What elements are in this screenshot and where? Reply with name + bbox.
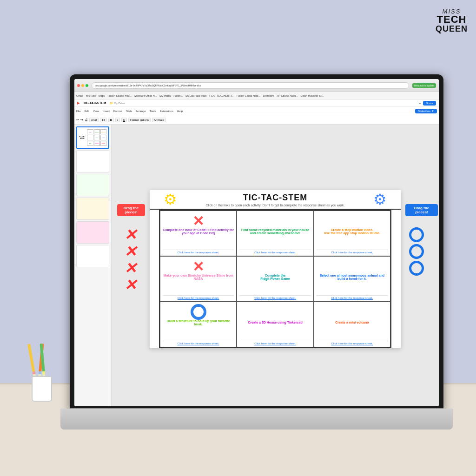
menu-help[interactable]: Help bbox=[177, 110, 183, 112]
cell-2-activity: Find some recycled materials in your hou… bbox=[239, 213, 311, 250]
logo-queen: QUEEN bbox=[436, 25, 468, 33]
o-piece-1[interactable] bbox=[409, 227, 424, 242]
o-piece-2[interactable] bbox=[409, 244, 424, 259]
menu-view[interactable]: View bbox=[93, 110, 99, 112]
x-piece-3[interactable]: ✕ bbox=[124, 261, 137, 276]
animate-button[interactable]: Animate bbox=[152, 118, 166, 122]
location-indicator: 📁 My Drive bbox=[110, 101, 125, 105]
logo-tech: TECH bbox=[436, 14, 468, 25]
gear-right-icon: ⚙ bbox=[373, 192, 387, 207]
relaunch-button[interactable]: Relaunch to update bbox=[412, 83, 436, 88]
cell-5-activity: Complete theFidgit Power Game bbox=[260, 258, 290, 295]
bookmark-fusion-global[interactable]: Fusion Global Help... bbox=[236, 94, 260, 97]
cell-6-link[interactable]: Click here for the response sheet. bbox=[317, 295, 388, 299]
cell-9-link[interactable]: Click here for the response sheet. bbox=[317, 341, 388, 345]
cell-7-link[interactable]: Click here for the response sheet. bbox=[163, 341, 234, 345]
x-piece-4[interactable]: ✕ bbox=[124, 278, 137, 292]
bookmark-youtube[interactable]: YouTube bbox=[86, 94, 96, 97]
maximize-icon[interactable] bbox=[86, 84, 88, 87]
slide-thumb-4[interactable] bbox=[76, 198, 109, 220]
ttt-cell-8: Create a 3D House using Tinkercad Click … bbox=[237, 302, 313, 347]
ttt-cell-1: Complete one hour of Code!!! Find activi… bbox=[160, 211, 237, 256]
cell-8-activity: Create a 3D House using Tinkercad bbox=[248, 304, 302, 341]
bookmark-lastpass[interactable]: My LastPass Vault bbox=[185, 94, 206, 97]
cell-1-link[interactable]: Click here for the response sheet. bbox=[163, 250, 234, 254]
slide-panel: TIC-TAC-STEM Code Recycled Stop Motion S… bbox=[74, 125, 112, 406]
bookmark-fusion[interactable]: Fusion Source Hou... bbox=[107, 94, 132, 97]
bookmark-gmail[interactable]: Gmail bbox=[76, 94, 83, 97]
format-options[interactable]: Format options bbox=[128, 118, 151, 122]
underline-button[interactable]: U bbox=[121, 118, 127, 122]
cell-7-activity: Build a structure to hold up your favori… bbox=[163, 304, 234, 341]
slide-thumb-3[interactable] bbox=[76, 174, 109, 196]
slide-thumb-5[interactable] bbox=[76, 221, 109, 244]
laptop: docs.google.com/presentation/d/1Je-6eJl0… bbox=[60, 74, 453, 430]
slide-title: TIC-TAC-STEM bbox=[150, 193, 401, 203]
close-icon[interactable] bbox=[77, 84, 80, 87]
top-right-actions: Slideshow ▼ bbox=[415, 109, 437, 113]
bookmark-fga[interactable]: FGA - TEACHER R... bbox=[209, 94, 233, 97]
menu-format[interactable]: Format bbox=[113, 110, 122, 112]
o-piece-3[interactable] bbox=[409, 261, 424, 276]
menu-edit[interactable]: Edit bbox=[85, 110, 89, 112]
menu-slide[interactable]: Slide bbox=[126, 110, 132, 112]
bookmark-ap[interactable]: AP Course Audit... bbox=[277, 94, 298, 97]
slide-thumb-1[interactable]: TIC-TAC-STEM Code Recycled Stop Motion S… bbox=[76, 126, 109, 149]
ttt-cell-6: Select one almost anonymous animal and b… bbox=[314, 256, 390, 302]
x-pieces-left: ✕ ✕ ✕ ✕ bbox=[124, 227, 137, 292]
slides-main: TIC-TAC-STEM Code Recycled Stop Motion S… bbox=[74, 125, 439, 406]
slide-header: ⚙ ⚙ TIC-TAC-STEM Click on the links to o… bbox=[150, 190, 401, 210]
logo: MISS TECH QUEEN bbox=[436, 8, 468, 33]
bookmark-maps[interactable]: Maps bbox=[99, 94, 105, 97]
slides-title-bar: ▶ TIC-TAC-STEM 📁 My Drive ☁ Share bbox=[74, 99, 439, 107]
font-size[interactable]: 14 bbox=[100, 118, 107, 122]
cell-5-link[interactable]: Click here for the response sheet. bbox=[239, 295, 311, 299]
undo-button[interactable]: ↩ bbox=[76, 118, 79, 122]
cell-9-activity: Create a mini volcano bbox=[335, 304, 369, 341]
bookmark-music[interactable]: Clean Music for St... bbox=[301, 94, 324, 97]
cell-8-link[interactable]: Click here for the response sheet. bbox=[239, 341, 311, 345]
x-piece-2[interactable]: ✕ bbox=[124, 244, 137, 259]
url-bar[interactable]: docs.google.com/presentation/d/1Je-6eJl0… bbox=[92, 82, 409, 89]
menu-extensions[interactable]: Extensions bbox=[160, 110, 173, 112]
ttt-cell-4: Make your own Stretchy Universe Slime fr… bbox=[160, 256, 237, 302]
pencil-cup bbox=[28, 360, 56, 402]
slides-actions: ☁ Share bbox=[418, 101, 436, 106]
menu-file[interactable]: File bbox=[76, 110, 81, 112]
font-selector[interactable]: Arial bbox=[89, 118, 99, 122]
cell-3-link[interactable]: Click here for the response sheet. bbox=[317, 250, 388, 254]
menu-tools[interactable]: Tools bbox=[150, 110, 156, 112]
slide-canvas: Drag the pieces! Drag the pieces! ✕ ✕ ✕ … bbox=[150, 190, 401, 348]
slide-thumb-6[interactable] bbox=[76, 245, 109, 267]
laptop-screen: docs.google.com/presentation/d/1Je-6eJl0… bbox=[74, 79, 439, 406]
slides-icon: ▶ bbox=[77, 101, 79, 105]
presentation-name[interactable]: TIC-TAC-STEM bbox=[83, 101, 106, 105]
drag-left-button[interactable]: Drag the pieces! bbox=[117, 204, 145, 216]
cup-body bbox=[32, 376, 52, 402]
cell-4-link[interactable]: Click here for the response sheet. bbox=[163, 295, 234, 299]
bookmark-microsoft[interactable]: Microsoft Office H... bbox=[134, 94, 157, 97]
drag-right-button[interactable]: Drag the pieces! bbox=[405, 204, 438, 216]
slides-menu: File Edit View Insert Format Slide Arran… bbox=[74, 107, 439, 115]
bookmark-mymedia[interactable]: My Media - Fusion... bbox=[159, 94, 183, 97]
ttt-cell-7: Build a structure to hold up your favori… bbox=[160, 302, 237, 347]
slide-thumb-2[interactable] bbox=[76, 150, 109, 172]
slide-body: ⚙ ⚙ TIC-TAC-STEM Click on the links to o… bbox=[150, 190, 401, 348]
bold-button[interactable]: B bbox=[108, 118, 114, 122]
cell-2-link[interactable]: Click here for the response sheet. bbox=[239, 250, 311, 254]
menu-insert[interactable]: Insert bbox=[103, 110, 110, 112]
x-piece-1[interactable]: ✕ bbox=[124, 227, 137, 242]
minimize-icon[interactable] bbox=[81, 84, 84, 87]
italic-button[interactable]: I bbox=[115, 118, 120, 122]
browser-actions: Relaunch to update bbox=[412, 83, 436, 88]
cell-6-activity: Select one almost anonymous animal and b… bbox=[317, 258, 388, 295]
ttt-grid: Complete one hour of Code!!! Find activi… bbox=[159, 210, 391, 348]
share-button[interactable]: Share bbox=[423, 101, 436, 106]
bookmarks-bar: Gmail YouTube Maps Fusion Source Hou... … bbox=[74, 92, 439, 99]
browser-chrome: docs.google.com/presentation/d/1Je-6eJl0… bbox=[74, 79, 439, 92]
bookmark-leati[interactable]: Leati.com bbox=[263, 94, 274, 97]
slideshow-button[interactable]: Slideshow ▼ bbox=[415, 109, 437, 113]
redo-button[interactable]: ↪ bbox=[80, 118, 83, 122]
menu-arrange[interactable]: Arrange bbox=[136, 110, 145, 112]
print-button[interactable]: 🖨 bbox=[85, 118, 88, 121]
